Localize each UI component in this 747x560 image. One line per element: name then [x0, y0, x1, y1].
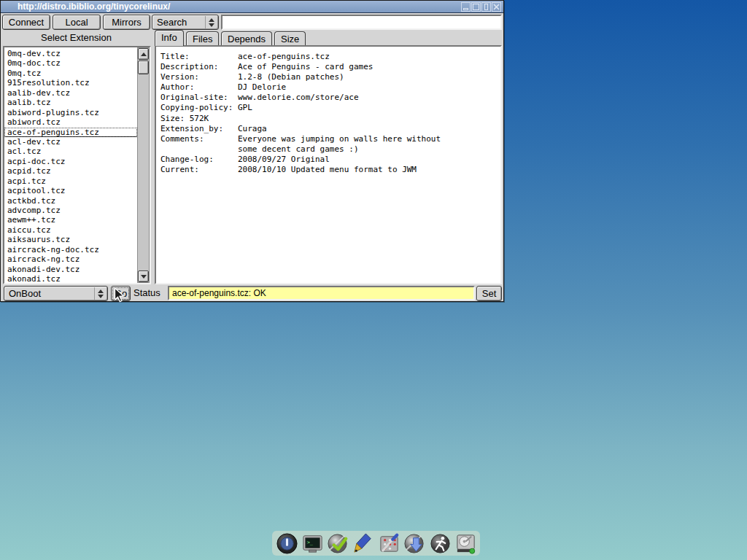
shade-button[interactable]: [481, 2, 491, 12]
info-line: Current: 2008/10/10 Updated menu format …: [160, 165, 500, 175]
mirrors-button[interactable]: Mirrors: [103, 15, 150, 30]
close-button[interactable]: [492, 2, 501, 12]
connect-button[interactable]: Connect: [2, 15, 50, 30]
info-line: Size: 572K: [160, 114, 500, 124]
list-item[interactable]: abiword.tcz: [4, 117, 137, 127]
apps-audit-icon[interactable]: [403, 532, 427, 555]
list-item[interactable]: aircrack-ng-doc.tcz: [4, 245, 137, 254]
tab[interactable]: Files: [186, 31, 219, 46]
control-panel-icon[interactable]: [377, 532, 401, 555]
list-item[interactable]: aewm++.tcz: [4, 215, 137, 225]
local-button[interactable]: Local: [53, 15, 101, 30]
info-line: some decent card games :): [160, 144, 500, 155]
list-item[interactable]: aiksaurus.tcz: [4, 235, 137, 244]
list-item[interactable]: 0mq-dev.tcz: [4, 49, 137, 58]
apps-icon[interactable]: [326, 532, 350, 555]
scroll-up-button[interactable]: [138, 48, 149, 60]
list-item[interactable]: 915resolution.tcz: [4, 78, 137, 88]
updown-arrows-icon: [205, 16, 217, 28]
updown-arrows-icon: [94, 287, 106, 300]
onboot-dropdown[interactable]: OnBoot: [4, 286, 108, 301]
set-button[interactable]: Set: [476, 286, 502, 301]
maximize-button[interactable]: [471, 2, 481, 12]
status-field[interactable]: [168, 286, 475, 300]
scrollbar-thumb[interactable]: [138, 61, 149, 74]
search-mode-value: Search: [152, 15, 205, 29]
list-item[interactable]: acl-dev.tcz: [4, 137, 137, 147]
search-mode-dropdown[interactable]: Search: [152, 15, 219, 30]
dock: >_: [272, 531, 480, 556]
list-item[interactable]: aircrack-ng.tcz: [4, 254, 137, 264]
list-item[interactable]: 0mq.tcz: [4, 69, 137, 78]
list-item[interactable]: acpid.tcz: [4, 166, 137, 176]
onboot-value: OnBoot: [4, 287, 94, 300]
titlebar[interactable]: http://distro.ibiblio.org/tinycorelinux/: [1, 1, 503, 13]
info-panel: Title: ace-of-penguins.tczDescription: A…: [155, 45, 502, 284]
info-line: Change-log: 2008/09/27 Original: [160, 155, 500, 165]
info-line: Description: Ace of Penguins - card game…: [160, 62, 500, 72]
window-controls: [461, 2, 501, 12]
list-item[interactable]: acpitool.tcz: [4, 186, 137, 195]
window-title: http://distro.ibiblio.org/tinycorelinux/: [1, 1, 170, 12]
list-item[interactable]: akonadi.tcz: [4, 274, 137, 283]
editor-icon[interactable]: [352, 532, 376, 555]
tab[interactable]: Depends: [221, 31, 272, 46]
list-item[interactable]: advcomp.tcz: [4, 206, 137, 215]
power-icon[interactable]: [275, 532, 299, 555]
info-line: Copying-policy: GPL: [160, 103, 500, 113]
terminal-icon[interactable]: >_: [301, 532, 325, 555]
list-item[interactable]: aiccu.tcz: [4, 225, 137, 235]
minimize-icon: [463, 8, 468, 10]
run-icon[interactable]: [428, 532, 452, 555]
extension-list-items: 0mq-dev.tcz0mq-doc.tcz0mq.tcz915resoluti…: [4, 47, 137, 283]
svg-text:>_: >_: [306, 540, 313, 545]
up-arrow-icon: [141, 52, 147, 56]
close-icon: [493, 4, 500, 10]
list-item[interactable]: 0mq-doc.tcz: [4, 58, 137, 68]
search-input[interactable]: [221, 15, 502, 30]
list-item[interactable]: acpi-doc.tcz: [4, 157, 137, 166]
tab[interactable]: Size: [274, 31, 306, 46]
list-item[interactable]: actkbd.tcz: [4, 196, 137, 206]
status-label: Status: [133, 287, 160, 298]
info-line: Original-site: www.delorie.com/store/ace: [160, 93, 500, 103]
list-item[interactable]: acpi.tcz: [4, 176, 137, 186]
list-item[interactable]: acl.tcz: [4, 147, 137, 156]
extension-list: 0mq-dev.tcz0mq-doc.tcz0mq.tcz915resoluti…: [3, 46, 151, 284]
go-button[interactable]: Go: [111, 286, 131, 301]
info-line: Comments: Everyone was jumping on walls …: [160, 134, 500, 144]
maximize-icon: [473, 4, 479, 10]
list-item[interactable]: akonadi-dev.tcz: [4, 265, 137, 274]
info-line: Title: ace-of-penguins.tcz: [160, 52, 500, 62]
scroll-down-button[interactable]: [138, 271, 149, 282]
desktop: { "window": { "title": "http://distro.ib…: [0, 0, 747, 560]
list-scrollbar[interactable]: [137, 47, 150, 283]
info-line: Version: 1.2-8 (Debian patches): [160, 72, 500, 82]
minimize-button[interactable]: [461, 2, 471, 12]
tab[interactable]: Info: [155, 30, 184, 46]
down-arrow-icon: [141, 275, 147, 279]
list-item[interactable]: ace-of-penguins.tcz: [4, 128, 137, 137]
mount-icon[interactable]: [454, 532, 478, 555]
shade-icon: [484, 4, 488, 10]
info-line: Author: DJ Delorie: [160, 82, 500, 93]
list-header: Select Extension: [1, 32, 152, 44]
list-item[interactable]: aalib-dev.tcz: [4, 88, 137, 98]
appbrowser-window: http://distro.ibiblio.org/tinycorelinux/…: [0, 0, 504, 302]
list-item[interactable]: abiword-plugins.tcz: [4, 108, 137, 117]
info-line: Extension_by: Curaga: [160, 124, 500, 134]
list-item[interactable]: aalib.tcz: [4, 98, 137, 107]
